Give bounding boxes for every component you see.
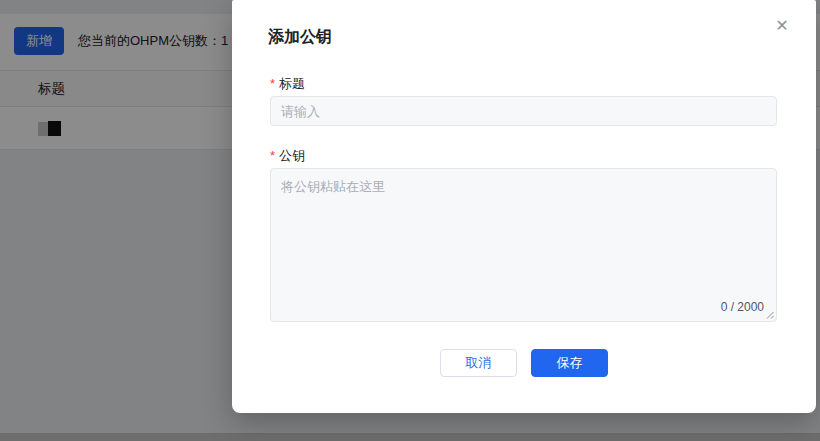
title-field-label: *标题: [270, 75, 305, 93]
public-key-textarea[interactable]: [270, 168, 777, 322]
close-icon[interactable]: ✕: [770, 14, 794, 38]
required-mark: *: [270, 148, 275, 163]
key-field-label-text: 公钥: [279, 148, 305, 163]
key-textarea-wrap: 0 / 2000: [270, 168, 777, 322]
modal-footer: 取消 保存: [232, 349, 816, 377]
resize-handle-icon[interactable]: [765, 310, 774, 319]
add-key-modal: 添加公钥 ✕ *标题 *公钥 0 / 2000 取消 保存: [232, 0, 816, 413]
title-input[interactable]: [270, 96, 777, 126]
required-mark: *: [270, 76, 275, 91]
title-field-label-text: 标题: [279, 76, 305, 91]
cancel-button[interactable]: 取消: [440, 349, 517, 377]
screen: 新增 您当前的OHPM公钥数：1 标题 添加公钥 ✕ *标题 *公钥 0 / 2…: [0, 0, 820, 441]
save-button[interactable]: 保存: [531, 349, 608, 377]
modal-title: 添加公钥: [268, 27, 332, 48]
key-field-label: *公钥: [270, 147, 305, 165]
char-counter: 0 / 2000: [721, 300, 764, 314]
